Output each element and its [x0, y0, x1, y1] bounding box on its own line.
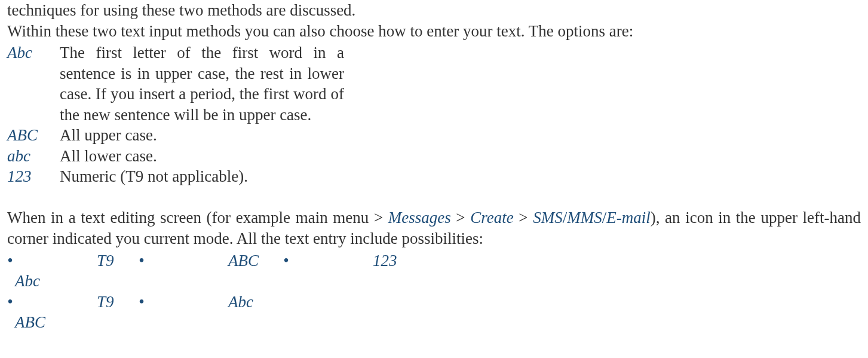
definition-term: abc	[7, 146, 60, 167]
modes-table: • Abc T9 • ABC • 123 • ABC	[7, 250, 861, 333]
mode-cell	[283, 292, 372, 333]
path-seg-messages: Messages	[388, 209, 451, 227]
path-seg-sms: SMS	[533, 209, 563, 227]
mode-cell: • ABC	[7, 292, 96, 333]
document-page: techniques for using these two methods a…	[0, 0, 868, 358]
mode-cell: T9	[97, 292, 137, 333]
mode-cell: T9	[97, 250, 137, 292]
path-seg-email: E-mail	[606, 209, 651, 227]
mode-label: T9	[97, 292, 137, 313]
definition-description: All lower case.	[60, 146, 344, 167]
path-paragraph: When in a text editing screen (for examp…	[7, 207, 861, 249]
mode-label: ABC	[228, 250, 282, 271]
definition-row: abc All lower case.	[7, 146, 861, 167]
mode-cell: Abc	[228, 292, 282, 333]
modes-row: • ABC T9 • Abc	[7, 292, 861, 333]
mode-cell: ABC	[228, 250, 282, 292]
definition-row: 123 Numeric (T9 not applicable).	[7, 166, 861, 187]
mode-cell: • Abc	[7, 250, 96, 292]
definition-description: Numeric (T9 not applicable).	[60, 166, 344, 187]
modes-row: • Abc T9 • ABC • 123	[7, 250, 861, 292]
path-seg-mms: MMS	[567, 209, 602, 227]
path-sep: >	[514, 209, 533, 227]
intro-line-1: techniques for using these two methods a…	[7, 0, 861, 21]
bullet-mark: •	[139, 292, 227, 313]
definition-row: Abc The first letter of the first word i…	[7, 42, 861, 125]
definition-term: Abc	[7, 42, 60, 125]
intro-line-2: Within these two text input methods you …	[7, 21, 861, 42]
definition-row: ABC All upper case.	[7, 125, 861, 146]
bullet-mark: •	[139, 250, 227, 271]
definitions-list: Abc The first letter of the first word i…	[7, 42, 861, 187]
definition-description: The first letter of the first word in a …	[60, 42, 344, 125]
mode-cell	[373, 292, 413, 333]
definition-term: ABC	[7, 125, 60, 146]
path-sep: >	[451, 209, 470, 227]
bullet-mark: •	[7, 292, 96, 313]
path-prefix: When in a text editing screen (for examp…	[7, 209, 388, 227]
mode-cell: •	[139, 250, 227, 292]
bullet-mark: •	[283, 250, 372, 271]
bullet-mark: •	[7, 250, 96, 271]
blank-line	[7, 187, 861, 208]
mode-label: T9	[97, 250, 137, 271]
mode-label: Abc	[228, 292, 282, 313]
mode-label: 123	[373, 250, 413, 271]
mode-sub-label: ABC	[7, 312, 96, 333]
mode-sub-label: Abc	[7, 271, 96, 292]
mode-cell: 123	[373, 250, 413, 292]
path-seg-create: Create	[470, 209, 513, 227]
mode-cell: •	[139, 292, 227, 333]
definition-description: All upper case.	[60, 125, 344, 146]
mode-cell: •	[283, 250, 372, 292]
definition-term: 123	[7, 166, 60, 187]
